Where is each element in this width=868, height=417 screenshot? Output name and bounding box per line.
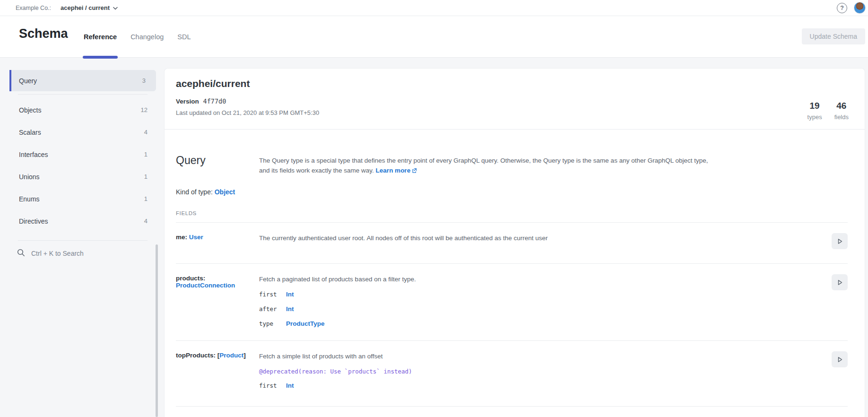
schema-stats: 19 types 46 fields	[807, 101, 849, 121]
stat-label: fields	[834, 113, 849, 121]
sidebar-divider	[18, 94, 148, 95]
sidebar-divider	[18, 240, 148, 241]
tab-reference[interactable]: Reference	[84, 16, 117, 57]
last-updated-text: Last updated on Oct 21, 2020 at 9:53 PM …	[176, 109, 848, 116]
version-row: Version 4f77d0	[176, 97, 848, 105]
sidebar-item-unions[interactable]: Unions 1	[0, 166, 164, 187]
run-in-explorer-button[interactable]	[832, 351, 848, 367]
graph-summary-header: acephei/current Version 4f77d0 Last upda…	[165, 69, 865, 130]
graph-selector-label: acephei / current	[61, 4, 110, 11]
top-bar: Example Co.: acephei / current ?	[0, 0, 868, 16]
stat-types: 19 types	[807, 101, 822, 121]
page-header: Schema Reference Changelog SDL Update Sc…	[0, 16, 868, 58]
tab-sdl[interactable]: SDL	[177, 16, 191, 57]
argument-name: after	[259, 305, 286, 313]
sidebar-item-count: 12	[141, 106, 148, 113]
sidebar-item-label: Unions	[19, 173, 40, 181]
stat-value: 46	[834, 101, 849, 111]
field-name: products:	[176, 275, 205, 282]
version-hash: 4f77d0	[203, 97, 226, 105]
sidebar-item-label: Directives	[19, 217, 48, 225]
field-description: Fetch a simple list of products with an …	[259, 351, 832, 361]
sidebar-item-label: Enums	[19, 195, 40, 203]
field-type-link-user[interactable]: User	[189, 234, 203, 241]
fields-section-label: FIELDS	[176, 210, 848, 216]
update-schema-button[interactable]: Update Schema	[802, 28, 865, 44]
schema-detail-card: acephei/current Version 4f77d0 Last upda…	[164, 68, 865, 417]
sidebar-item-objects[interactable]: Objects 12	[0, 99, 164, 121]
field-name: me:	[176, 234, 189, 241]
type-section-query: Query The Query type is a special type t…	[165, 130, 865, 407]
field-description: The currently authenticated user root. A…	[259, 233, 832, 243]
field-row-me: me: User The currently authenticated use…	[176, 223, 848, 264]
org-label: Example Co.:	[16, 5, 51, 11]
sidebar-item-query[interactable]: Query 3	[9, 70, 156, 91]
page-title: Schema	[19, 26, 68, 41]
sidebar-item-interfaces[interactable]: Interfaces 1	[0, 144, 164, 165]
help-icon[interactable]: ?	[837, 3, 847, 13]
argument-type-link[interactable]: Int	[286, 382, 294, 389]
type-head: Query The Query type is a special type t…	[176, 130, 848, 176]
learn-more-link[interactable]: Learn more	[376, 167, 411, 174]
run-in-explorer-button[interactable]	[832, 274, 848, 290]
version-label: Version	[176, 98, 199, 105]
external-link-icon	[412, 166, 417, 176]
field-type-link-product[interactable]: Product	[219, 352, 243, 359]
search-hint-label: Ctrl + K to Search	[31, 250, 84, 257]
search-icon	[17, 249, 25, 258]
tab-bar: Reference Changelog SDL	[84, 16, 191, 57]
sidebar-item-label: Interfaces	[19, 151, 48, 158]
argument-row: after Int	[259, 305, 832, 313]
kind-of-type-row: Kind of type: Object	[176, 188, 848, 196]
kind-label: Kind of type:	[176, 188, 215, 196]
sidebar-item-count: 1	[144, 173, 148, 180]
sidebar-item-enums[interactable]: Enums 1	[0, 188, 164, 209]
argument-type-link[interactable]: Int	[286, 291, 294, 298]
argument-type-link[interactable]: ProductType	[286, 320, 325, 327]
type-description-text: The Query type is a special type that de…	[259, 157, 708, 174]
field-details: The currently authenticated user root. A…	[259, 233, 832, 243]
stat-fields: 46 fields	[834, 101, 849, 121]
field-details: Fetch a simple list of products with an …	[259, 351, 832, 389]
run-in-explorer-button[interactable]	[832, 233, 848, 249]
field-row-products: products: ProductConnection Fetch a pagi…	[176, 264, 848, 341]
graph-title: acephei/current	[176, 78, 848, 89]
field-description: Fetch a paginated list of products based…	[259, 274, 832, 284]
field-signature: me: User	[176, 233, 259, 241]
sidebar-item-count: 1	[144, 195, 148, 202]
type-nav-sidebar: Query 3 Objects 12 Scalars 4 Interfaces …	[0, 58, 164, 417]
search-trigger[interactable]: Ctrl + K to Search	[0, 243, 164, 264]
argument-row: type ProductType	[259, 320, 832, 327]
argument-type-link[interactable]: Int	[286, 305, 294, 313]
type-name-heading: Query	[176, 154, 259, 176]
deprecated-annotation: @deprecated(reason: Use `products` inste…	[259, 368, 832, 375]
kind-object-link[interactable]: Object	[215, 188, 235, 196]
sidebar-item-label: Query	[19, 77, 37, 85]
type-bracket-close: ]	[243, 352, 246, 359]
sidebar-item-scalars[interactable]: Scalars 4	[0, 122, 164, 143]
sidebar-item-count: 4	[144, 129, 148, 136]
graph-selector-dropdown[interactable]: acephei / current	[61, 4, 118, 11]
stat-label: types	[807, 113, 822, 121]
type-description: The Query type is a special type that de…	[259, 154, 709, 176]
field-type-link-productconnection[interactable]: ProductConnection	[176, 282, 235, 289]
tab-changelog[interactable]: Changelog	[130, 16, 164, 57]
chevron-down-icon	[113, 4, 118, 11]
argument-name: first	[259, 382, 286, 389]
sidebar-item-count: 3	[142, 77, 146, 84]
field-details: Fetch a paginated list of products based…	[259, 274, 832, 327]
argument-name: type	[259, 320, 286, 327]
field-signature: products: ProductConnection	[176, 274, 259, 289]
user-avatar[interactable]	[854, 2, 866, 14]
sidebar-item-label: Scalars	[19, 129, 41, 136]
scrollbar-thumb[interactable]	[156, 244, 158, 417]
argument-name: first	[259, 291, 286, 298]
field-row-top-products: topProducts: [Product] Fetch a simple li…	[176, 341, 848, 407]
sidebar-item-count: 1	[144, 151, 148, 158]
sidebar-item-count: 4	[144, 217, 148, 225]
page-body: Query 3 Objects 12 Scalars 4 Interfaces …	[0, 58, 868, 417]
field-signature: topProducts: [Product]	[176, 351, 259, 359]
schema-reference-page: { "topbar": { "org_label": "Example Co.:…	[0, 0, 868, 417]
argument-row: first Int	[259, 382, 832, 389]
sidebar-item-directives[interactable]: Directives 4	[0, 210, 164, 232]
